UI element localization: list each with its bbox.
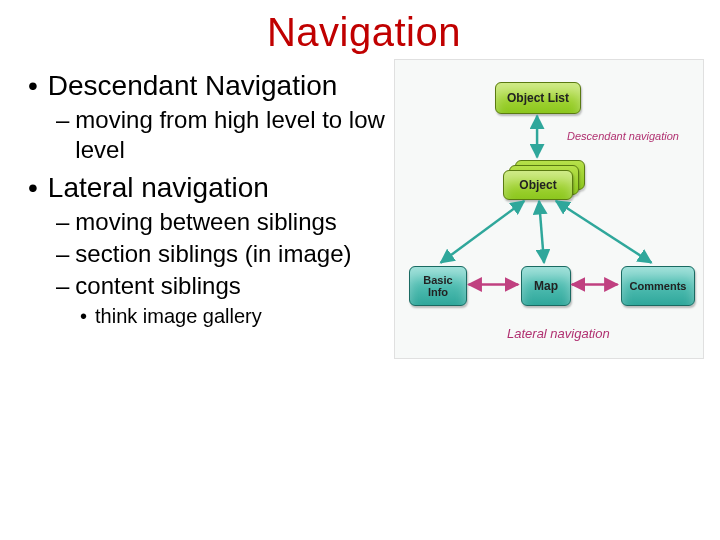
text-column: • Descendant Navigation – moving from hi… bbox=[28, 69, 388, 359]
bullet-dot-icon: • bbox=[80, 303, 87, 329]
dash-icon: – bbox=[56, 207, 69, 237]
bullet-text: moving between siblings bbox=[75, 207, 336, 237]
dash-icon: – bbox=[56, 239, 69, 269]
bullet-l2-section: – section siblings (in image) bbox=[56, 239, 388, 269]
bullet-text: think image gallery bbox=[95, 303, 262, 329]
svg-line-2 bbox=[539, 201, 544, 263]
bullet-text: section siblings (in image) bbox=[75, 239, 351, 269]
bullet-l1-descendant: • Descendant Navigation – moving from hi… bbox=[28, 69, 388, 165]
node-basic-info: Basic Info bbox=[409, 266, 467, 306]
slide-title: Navigation bbox=[28, 10, 700, 55]
bullet-l1-lateral: • Lateral navigation – moving between si… bbox=[28, 171, 388, 329]
bullet-text: Descendant Navigation bbox=[48, 69, 338, 103]
label-descendant-nav: Descendant navigation bbox=[567, 130, 679, 142]
bullet-l2-siblings: – moving between siblings bbox=[56, 207, 388, 237]
node-object-list: Object List bbox=[495, 82, 581, 114]
bullet-text: Lateral navigation bbox=[48, 171, 269, 205]
node-object: Object bbox=[503, 170, 573, 200]
bullet-l3-gallery: • think image gallery bbox=[80, 303, 388, 329]
bullet-text: content siblings bbox=[75, 271, 240, 301]
diagram: Object List Descendant navigation Object… bbox=[394, 59, 704, 359]
bullet-text: moving from high level to low level bbox=[75, 105, 388, 165]
content-row: • Descendant Navigation – moving from hi… bbox=[28, 69, 700, 359]
node-map: Map bbox=[521, 266, 571, 306]
bullet-dot-icon: • bbox=[28, 171, 38, 205]
bullet-l2-highlow: – moving from high level to low level bbox=[56, 105, 388, 165]
dash-icon: – bbox=[56, 105, 69, 135]
svg-line-1 bbox=[441, 201, 524, 263]
node-comments: Comments bbox=[621, 266, 695, 306]
bullet-list: • Descendant Navigation – moving from hi… bbox=[28, 69, 388, 329]
bullet-l2-content: – content siblings bbox=[56, 271, 388, 301]
label-lateral-nav: Lateral navigation bbox=[507, 326, 610, 341]
node-object-stack: Object bbox=[503, 170, 589, 210]
slide: Navigation • Descendant Navigation – mov… bbox=[0, 0, 720, 540]
dash-icon: – bbox=[56, 271, 69, 301]
svg-line-3 bbox=[556, 201, 651, 263]
bullet-dot-icon: • bbox=[28, 69, 38, 103]
